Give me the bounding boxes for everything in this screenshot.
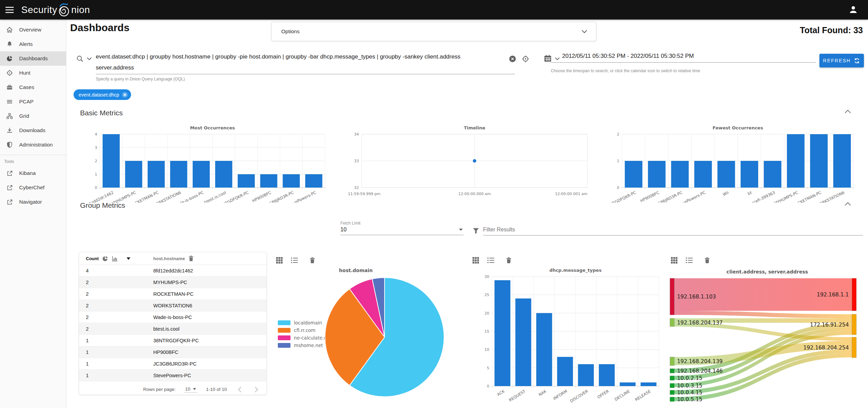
table-row[interactable]: 2MYHUMPS-PC: [79, 277, 267, 288]
trash-icon[interactable]: [188, 255, 194, 262]
table-row[interactable]: 2btest.is.cool: [79, 323, 267, 335]
top-bar: Security nion: [0, 0, 868, 20]
trash-icon[interactable]: [309, 257, 315, 264]
sidebar-item-label: Hunt: [19, 70, 30, 76]
query-chevron-down-icon[interactable]: [87, 57, 92, 60]
chevron-down-icon: [582, 30, 587, 33]
svg-text:MYHUMPS-PC: MYHUMPS-PC: [111, 190, 137, 203]
legend-label: localdomain: [294, 320, 322, 326]
svg-text:10: 10: [484, 347, 489, 352]
options-panel[interactable]: Options: [271, 22, 596, 41]
group-metrics-collapse-icon[interactable]: [844, 202, 851, 206]
svg-text:DECLINE: DECLINE: [614, 389, 631, 402]
legend-swatch: [278, 343, 290, 348]
sidebar-item-cyberchef[interactable]: CyberChef: [0, 180, 66, 195]
sidebar-item-dashboards[interactable]: Dashboards: [0, 51, 66, 66]
most-occurrences-chart[interactable]: 012348fd12edd2dc1462MYHUMPS-PCROCKETMAN-…: [87, 120, 330, 203]
svg-text:Most Occurrences: Most Occurrences: [190, 125, 235, 130]
svg-text:192.168.1.103: 192.168.1.103: [677, 294, 716, 300]
previous-page-icon[interactable]: [236, 386, 244, 393]
legend-label: cfl.rr.com: [294, 328, 315, 333]
sidebar-item-cases[interactable]: Cases: [0, 80, 66, 94]
timespan-hint: Choose the timespan to search, or click …: [551, 68, 700, 73]
count-cell: 2: [79, 315, 153, 320]
table-view-icon[interactable]: [276, 257, 283, 264]
count-header-label[interactable]: Count: [86, 256, 99, 261]
external-link-icon: [6, 184, 13, 191]
svg-text:dhcp.message_types: dhcp.message_types: [549, 268, 602, 273]
refresh-button[interactable]: REFRESH: [819, 54, 864, 67]
filter-chip[interactable]: event.dataset:dhcp: [74, 89, 131, 100]
svg-text:1: 1: [95, 172, 97, 177]
filter-results-input[interactable]: Filter Results: [483, 225, 863, 235]
sidebar-item-pcap[interactable]: PCAP: [0, 94, 66, 109]
table-footer: Rows per page: 10 1-10 of 10: [79, 381, 267, 395]
sidebar-item-overview[interactable]: Overview: [0, 23, 66, 37]
hostname-cell: JC3GB6JRD3R-PC: [153, 361, 267, 367]
clear-query-icon[interactable]: [508, 55, 517, 63]
table-row[interactable]: 1StevePowers-PC: [79, 370, 267, 381]
table-row[interactable]: 1HP900BFC: [79, 346, 267, 358]
table-row[interactable]: 1JC3GB6JRD3R-PC: [79, 358, 267, 370]
svg-text:MYHUMPS-PC: MYHUMPS-PC: [773, 190, 799, 203]
legend-swatch: [278, 328, 290, 333]
target-icon[interactable]: [521, 55, 530, 63]
onion-logo-icon: [57, 2, 70, 17]
svg-text:INFORM: INFORM: [552, 389, 568, 401]
sidebar-item-label: Kibana: [19, 170, 36, 176]
table-row[interactable]: 2WORKSTATION6: [79, 300, 267, 311]
count-cell: 4: [79, 268, 153, 273]
pie-chart-toggle-icon[interactable]: [102, 255, 108, 262]
trash-icon[interactable]: [506, 257, 512, 264]
sidebar-item-label: CyberChef: [19, 184, 44, 191]
user-icon[interactable]: [848, 4, 858, 15]
sidebar-item-downloads[interactable]: Downloads: [0, 123, 66, 138]
svg-text:10.0.5.15: 10.0.5.15: [677, 396, 702, 403]
sidebar-item-navigator[interactable]: Navigator: [0, 195, 66, 209]
bell-icon: [6, 40, 13, 48]
sidebar-item-label: Navigator: [19, 199, 42, 205]
sidebar-item-label: Overview: [19, 27, 41, 33]
next-page-icon[interactable]: [252, 386, 260, 393]
pie-chart-icon: [6, 55, 13, 62]
client-server-sankey-chart[interactable]: 192.168.1.103192.168.204.137192.168.204.…: [667, 274, 868, 408]
hostname-cell: HP900BFC: [153, 349, 267, 355]
bar-chart-toggle-icon[interactable]: [112, 255, 118, 262]
page-title: Dashboards: [70, 22, 129, 34]
sidebar-item-grid[interactable]: Grid: [0, 109, 66, 123]
hostname-header-label[interactable]: host.hostname: [153, 256, 185, 261]
table-view-icon[interactable]: [671, 257, 678, 264]
table-row[interactable]: 138NTRGDFQKR-PC: [79, 335, 267, 346]
svg-text:192.168.204.137: 192.168.204.137: [677, 320, 723, 326]
table-row[interactable]: 48fd12edd2dc1462: [79, 265, 267, 277]
timespan-input[interactable]: 2012/05/11 05:30:52 PM - 2022/05/11 05:3…: [551, 51, 816, 63]
table-view-icon[interactable]: [472, 257, 479, 264]
timeline-chart[interactable]: 32333411:59:59.999 pm12:00:00.000 am12:0…: [347, 120, 597, 203]
list-view-icon[interactable]: [686, 257, 693, 264]
sidebar-item-alerts[interactable]: Alerts: [0, 37, 66, 51]
basic-metrics-collapse-icon[interactable]: [844, 110, 851, 114]
list-view-icon[interactable]: [487, 257, 494, 264]
table-row[interactable]: 2ROCKETMAN-PC: [79, 288, 267, 300]
fewest-occurrences-chart[interactable]: 01238NTRGDFQKR-PCHP900BFCJC3GB6JRD3R-PCS…: [610, 120, 866, 203]
host-domain-pie-chart[interactable]: [321, 274, 449, 404]
dhcp-message-types-chart[interactable]: 051015202530ACKREQUESTNAKINFORMDISCOVERO…: [476, 266, 664, 408]
query-input[interactable]: event.dataset:dhcp | groupby host.hostna…: [96, 51, 515, 74]
table-row[interactable]: 2Wade-is-boss-PC: [79, 311, 267, 323]
table-body: 48fd12edd2dc14622MYHUMPS-PC2ROCKETMAN-PC…: [79, 265, 267, 381]
sidebar-item-administration[interactable]: Administration: [0, 138, 66, 152]
hostname-cell: btest.is.cool: [153, 326, 267, 332]
menu-icon[interactable]: [5, 7, 14, 13]
chip-close-icon[interactable]: [122, 92, 128, 98]
group-table: Count host.hostname 48fd12edd2dc14622MYH…: [79, 252, 267, 395]
trash-icon[interactable]: [704, 257, 710, 264]
list-view-icon[interactable]: [291, 257, 298, 264]
rows-per-page-select[interactable]: 10: [184, 386, 197, 393]
sort-caret-icon[interactable]: [126, 257, 131, 260]
sidebar-item-hunt[interactable]: Hunt: [0, 66, 66, 80]
query-hint: Specify a query in Onion Query Language …: [96, 77, 185, 81]
svg-text:192.168.204.139: 192.168.204.139: [677, 358, 723, 365]
count-cell: 2: [79, 291, 153, 297]
fetch-limit-select[interactable]: Fetch Limit 10: [340, 221, 464, 235]
sidebar-item-kibana[interactable]: Kibana: [0, 166, 66, 180]
